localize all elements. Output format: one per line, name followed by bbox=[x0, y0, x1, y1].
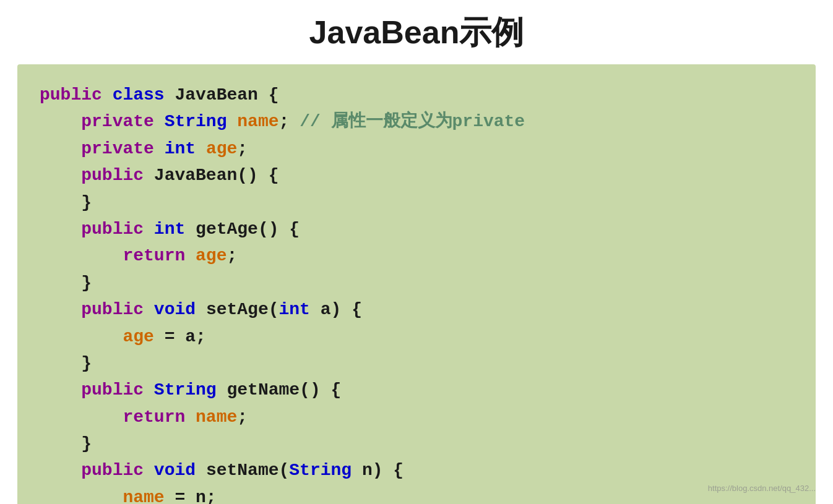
code-line-7: return age; bbox=[40, 242, 793, 269]
code-line-16: name = n; bbox=[40, 484, 793, 504]
code-line-3: private int age; bbox=[40, 135, 793, 162]
code-line-1: public class JavaBean { bbox=[40, 82, 793, 108]
code-line-9: public void setAge(int a) { bbox=[40, 296, 793, 323]
code-line-12: public String getName() { bbox=[40, 377, 793, 403]
code-line-6: public int getAge() { bbox=[40, 216, 793, 242]
page-title: JavaBean示例 bbox=[0, 0, 833, 64]
code-block: public class JavaBean { private String n… bbox=[40, 82, 793, 504]
code-line-5: } bbox=[40, 189, 793, 216]
code-container: public class JavaBean { private String n… bbox=[17, 64, 816, 504]
code-line-8: } bbox=[40, 270, 793, 296]
code-line-2: private String name; // 属性一般定义为private bbox=[40, 108, 793, 135]
code-line-11: } bbox=[40, 350, 793, 377]
code-line-13: return name; bbox=[40, 404, 793, 430]
code-line-10: age = a; bbox=[40, 323, 793, 350]
code-line-14: } bbox=[40, 430, 793, 457]
watermark: https://blog.csdn.net/qq_432... bbox=[708, 484, 816, 493]
code-line-4: public JavaBean() { bbox=[40, 162, 793, 189]
code-line-15: public void setName(String n) { bbox=[40, 457, 793, 484]
